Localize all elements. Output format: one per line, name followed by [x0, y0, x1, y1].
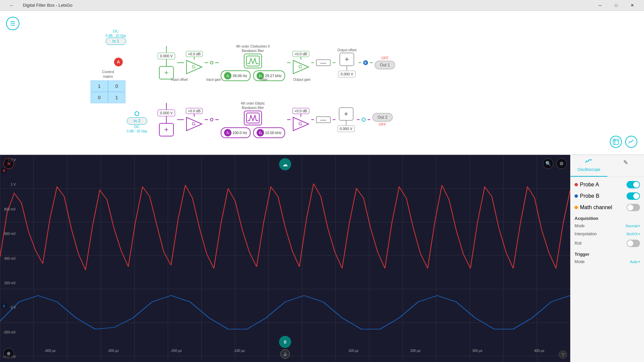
chain2: 0.000 V + +0.0 dB G	[158, 101, 393, 138]
tab-edit[interactable]: ✎	[607, 155, 644, 177]
probe-a-toggle[interactable]	[627, 181, 640, 188]
chain2-dash-box[interactable]: —	[316, 116, 331, 123]
chain1-dot1[interactable]	[210, 61, 213, 64]
osc-scale-button[interactable]: ⊕	[3, 348, 14, 359]
y-axis: 1.2 V 1 V 800 mV 600 mV 400 mV 200 mV 0 …	[0, 155, 18, 362]
bottom-icons	[610, 136, 637, 148]
chain1-filter-symbol[interactable]	[244, 54, 262, 68]
chain2-freq2-input[interactable]: f₂ 10.00 kHz	[253, 127, 285, 138]
y-label-neg200mv: -200 mV	[1, 330, 17, 334]
osc-close-button[interactable]: ✕	[3, 158, 14, 169]
chain2-gain-triangle[interactable]: G	[186, 117, 203, 131]
titlebar-controls: ─ □ ✕	[592, 0, 640, 11]
chain1-output-adder[interactable]: +	[339, 53, 354, 66]
x-label-200: 200 μs	[410, 349, 420, 353]
close-button[interactable]: ✕	[625, 0, 640, 11]
chain1-output-gain-triangle[interactable]: G	[292, 60, 309, 74]
chain2-freq1-input[interactable]: f₁ 100.0 Hz	[221, 127, 251, 138]
design-view-button[interactable]	[610, 136, 622, 148]
chain1-f1-label[interactable]: f₁	[224, 72, 231, 79]
osc-bottom-right-indicator[interactable]: ▽	[559, 351, 567, 359]
chain1-dash-box[interactable]: —	[316, 59, 331, 66]
y-label-800mv: 800 mV	[1, 207, 17, 211]
chain1-gain-triangle[interactable]: G	[186, 60, 203, 74]
chain1-gain2-box[interactable]: +0.0 dB	[292, 51, 309, 57]
chain1-gain1-box[interactable]: +0.0 dB	[186, 51, 203, 57]
chain1-out-node[interactable]: B	[363, 60, 368, 65]
label-input-gain: Input gain	[205, 78, 222, 81]
chain2-filter-symbol[interactable]	[244, 111, 262, 125]
chain2-gain1-box[interactable]: +0.0 dB	[186, 108, 203, 114]
chain2-output-adder[interactable]: +	[339, 107, 354, 121]
app-title: Digital Filter Box - LetsGo	[23, 3, 72, 8]
menu-button[interactable]: ☰	[6, 17, 19, 30]
back-button[interactable]: ←	[4, 0, 19, 11]
minimize-button[interactable]: ─	[592, 0, 608, 11]
trigger-mode-dropdown[interactable]: Auto ▾	[630, 260, 640, 264]
chart-view-button[interactable]	[625, 136, 637, 148]
probe-b-row: Probe B	[575, 192, 640, 200]
matrix-cell-00[interactable]: 1	[91, 81, 108, 92]
osc-cloud-button[interactable]: ☁	[279, 158, 291, 170]
chain1-adder[interactable]: +	[159, 66, 174, 79]
chain1-output-offset-box[interactable]: 0.000 V	[338, 71, 356, 77]
chain2-filter-name: 4th order Elliptic Bandpass filter	[241, 101, 265, 110]
svg-text:G: G	[299, 64, 302, 69]
roll-toggle[interactable]	[627, 240, 640, 247]
chain2-f1-label[interactable]: f₁	[224, 129, 231, 136]
x-label-neg400: -400 μs	[44, 349, 56, 353]
content-area: ☰ DC 0 dB : 10 Vpp In 1 A Control matrix…	[0, 11, 644, 362]
acquisition-mode-dropdown[interactable]: Normal ▾	[626, 224, 640, 228]
x-label-300: 300 μs	[472, 349, 482, 353]
probe-b-toggle[interactable]	[627, 192, 640, 200]
maximize-button[interactable]: □	[608, 0, 624, 11]
matrix-label: Control matrix	[91, 69, 125, 79]
chain2-gain1-group: +0.0 dB G	[186, 108, 203, 131]
chevron-down-icon3: ▾	[638, 260, 640, 263]
matrix-cell-01[interactable]: 0	[108, 81, 125, 92]
osc-bottom-controls: ⏸ ⚓	[279, 336, 291, 359]
in2-connector[interactable]	[135, 111, 139, 116]
chain2-out-button[interactable]: Out 2	[372, 113, 393, 122]
probe-b-marker: B	[1, 304, 7, 308]
math-channel-row: Math channel	[575, 204, 640, 211]
osc-search-button[interactable]: 🔍	[543, 158, 553, 169]
matrix-cell-10[interactable]: 0	[91, 92, 108, 103]
probe-a-marker: A	[1, 168, 7, 173]
interpolation-dropdown[interactable]: SinX/X ▾	[626, 232, 640, 236]
chain2-input-offset-box[interactable]: 0.000 V	[158, 110, 175, 116]
chain1-out-button[interactable]: Out 1	[375, 61, 395, 69]
chain2-gain2-box[interactable]: +0.0 dB	[292, 108, 309, 114]
chain2-filter-group: 4th order Elliptic Bandpass filter f₁ 10…	[221, 101, 285, 138]
chain2-out-node[interactable]	[362, 118, 366, 122]
matrix-cell-11[interactable]: 1	[108, 92, 125, 103]
osc-settings-button[interactable]: ⚙	[556, 158, 567, 169]
chain1-input-offset-box[interactable]: 0.000 V	[158, 53, 175, 59]
control-matrix: Control matrix 1 0 0 1	[91, 69, 125, 103]
in2-dc-info: 0 dB : 10 Vpp	[127, 129, 147, 133]
in1-dc-info: 0 dB : 10 Vpp	[106, 34, 126, 38]
chain2-output-gain-triangle[interactable]: G	[292, 117, 309, 131]
in2-badge[interactable]: In 2	[127, 117, 147, 125]
x-label-neg100: -100 μs	[233, 349, 245, 353]
matrix-grid[interactable]: 1 0 0 1	[91, 80, 125, 103]
chain2-output-offset-box[interactable]: 0.000 V	[337, 125, 355, 132]
math-channel-dot	[575, 206, 578, 209]
tab-oscilloscope[interactable]: Oscilloscope	[571, 155, 607, 177]
chain1-vert-line-top	[166, 46, 167, 53]
chain1-off-label: OFF	[381, 56, 388, 60]
waveform-display	[0, 155, 570, 362]
osc-pause-button[interactable]: ⏸	[279, 336, 291, 348]
titlebar: ← Digital Filter Box - LetsGo ─ □ ✕	[0, 0, 644, 11]
chain1-freq1-input[interactable]: f₁ 39.06 Hz	[221, 70, 251, 81]
roll-label: Roll	[575, 241, 582, 246]
svg-rect-10	[613, 139, 619, 144]
node-a[interactable]: A	[114, 58, 123, 66]
math-channel-toggle[interactable]	[627, 204, 640, 211]
chain2-adder[interactable]: +	[159, 123, 174, 136]
osc-anchor-button[interactable]: ⚓	[280, 349, 290, 359]
in1-badge[interactable]: In 1	[106, 38, 126, 45]
chain2-dot1[interactable]	[210, 118, 213, 121]
chain1: 0.000 V + +0.0 dB	[158, 44, 395, 81]
chain2-f2-label[interactable]: f₂	[257, 129, 264, 136]
